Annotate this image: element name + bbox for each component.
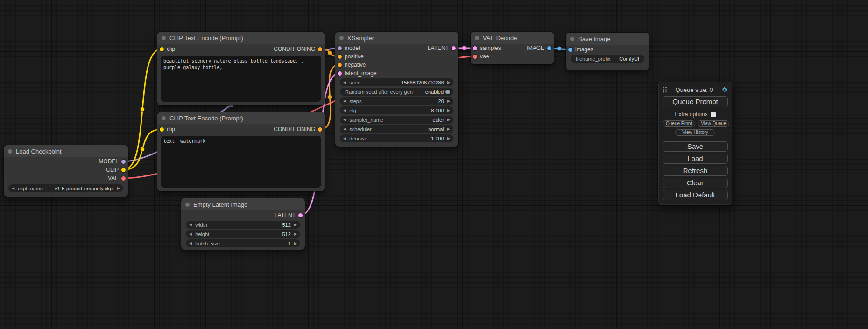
save-button[interactable]: Save	[663, 141, 728, 152]
input-slot-samples[interactable]: samples	[471, 45, 501, 51]
queue-front-button[interactable]: Queue Front	[663, 120, 695, 127]
increment-arrow-icon[interactable]: ▶	[447, 137, 450, 140]
comfyui-canvas[interactable]: { "colors": { "model": "#B39DDB", "clip"…	[0, 0, 868, 329]
vae-input-port[interactable]	[473, 55, 477, 59]
collapse-dot-icon[interactable]	[8, 149, 12, 154]
latent-image-input-port[interactable]	[338, 71, 342, 76]
node-ksampler[interactable]: KSampler model LATENT positive negative …	[335, 32, 458, 147]
seed-widget[interactable]: ◀ seed 156680208700286 ▶	[340, 78, 453, 86]
node-title-bar[interactable]: KSampler	[335, 32, 458, 44]
decrement-arrow-icon[interactable]: ◀	[343, 81, 346, 84]
increment-arrow-icon[interactable]: ▶	[447, 81, 450, 84]
output-slot-conditioning[interactable]: CONDITIONING	[274, 126, 325, 133]
input-slot-clip[interactable]: clip	[157, 126, 175, 133]
model-input-port[interactable]	[338, 46, 342, 50]
decrement-arrow-icon[interactable]: ◀	[343, 109, 346, 112]
sampler-name-widget[interactable]: ◀ sampler_name euler ▶	[340, 116, 453, 124]
view-queue-button[interactable]: View Queue	[698, 120, 729, 127]
images-input-port[interactable]	[568, 48, 572, 52]
increment-arrow-icon[interactable]: ▶	[447, 127, 450, 131]
positive-prompt-textarea[interactable]: beautiful scenery nature glass bottle la…	[161, 56, 321, 102]
input-slot-model[interactable]: model	[335, 45, 360, 51]
collapse-dot-icon[interactable]	[475, 36, 479, 40]
input-slot-positive[interactable]: positive	[335, 53, 364, 60]
latent-output-port[interactable]	[298, 213, 303, 217]
decrement-arrow-icon[interactable]: ◀	[189, 223, 192, 227]
decrement-arrow-icon[interactable]: ◀	[343, 127, 346, 131]
node-vae-decode[interactable]: VAE Decode samples IMAGE vae	[471, 32, 554, 64]
output-slot-image[interactable]: IMAGE	[526, 45, 554, 51]
model-output-port[interactable]	[121, 160, 126, 164]
collapse-dot-icon[interactable]	[570, 37, 574, 41]
negative-prompt-textarea[interactable]: text, watermark	[161, 136, 321, 188]
node-clip-text-encode-positive[interactable]: CLIP Text Encode (Prompt) clip CONDITION…	[157, 32, 325, 105]
output-slot-model[interactable]: MODEL	[99, 158, 128, 165]
view-history-button[interactable]: View History	[675, 129, 715, 136]
filename-prefix-widget[interactable]: filename_prefix ComfyUI	[571, 55, 644, 63]
increment-arrow-icon[interactable]: ▶	[294, 232, 297, 236]
node-title-bar[interactable]: Save Image	[566, 33, 649, 45]
output-slot-vae[interactable]: VAE	[108, 175, 128, 182]
node-title-bar[interactable]: CLIP Text Encode (Prompt)	[157, 32, 325, 44]
vae-output-port[interactable]	[121, 176, 126, 181]
steps-widget[interactable]: ◀ steps 20 ▶	[340, 97, 453, 105]
load-default-button[interactable]: Load Default	[663, 190, 728, 200]
output-slot-conditioning[interactable]: CONDITIONING	[274, 46, 325, 52]
clip-input-port[interactable]	[160, 47, 164, 51]
node-save-image[interactable]: Save Image images filename_prefix ComfyU…	[566, 33, 649, 70]
decrement-arrow-icon[interactable]: ◀	[343, 99, 346, 103]
negative-input-port[interactable]	[338, 63, 342, 67]
width-widget[interactable]: ◀ width 512 ▶	[186, 221, 300, 229]
node-title-bar[interactable]: Empty Latent Image	[181, 198, 305, 210]
clip-output-port[interactable]	[121, 168, 126, 172]
input-slot-images[interactable]: images	[566, 46, 593, 53]
output-slot-clip[interactable]: CLIP	[106, 167, 128, 173]
conditioning-output-port[interactable]	[318, 127, 322, 132]
samples-input-port[interactable]	[473, 46, 477, 50]
increment-arrow-icon[interactable]: ▶	[447, 99, 450, 103]
latent-output-port[interactable]	[452, 46, 456, 50]
scheduler-widget[interactable]: ◀ scheduler normal ▶	[340, 125, 453, 133]
node-load-checkpoint[interactable]: Load Checkpoint MODEL CLIP VAE ◀ ckpt_na…	[4, 145, 128, 197]
output-slot-latent[interactable]: LATENT	[428, 45, 458, 51]
settings-gear-icon[interactable]	[721, 86, 728, 93]
input-slot-clip[interactable]: clip	[157, 46, 175, 52]
random-seed-toggle-widget[interactable]: Random seed after every gen enabled	[340, 88, 453, 96]
queue-prompt-button[interactable]: Queue Prompt	[663, 96, 728, 107]
ckpt-name-widget[interactable]: ◀ ckpt_name v1-5-pruned-emaonly.ckpt ▶	[8, 184, 123, 192]
clip-input-port[interactable]	[160, 127, 164, 132]
height-widget[interactable]: ◀ height 512 ▶	[186, 230, 300, 238]
decrement-arrow-icon[interactable]: ◀	[343, 118, 346, 122]
increment-arrow-icon[interactable]: ▶	[447, 118, 450, 122]
input-slot-negative[interactable]: negative	[335, 62, 366, 68]
collapse-dot-icon[interactable]	[162, 116, 166, 120]
extra-options-checkbox[interactable]	[711, 112, 716, 117]
output-slot-latent[interactable]: LATENT	[275, 212, 305, 218]
clear-button[interactable]: Clear	[663, 178, 728, 188]
load-button[interactable]: Load	[663, 154, 728, 164]
positive-input-port[interactable]	[338, 55, 342, 59]
decrement-arrow-icon[interactable]: ◀	[343, 137, 346, 140]
increment-arrow-icon[interactable]: ▶	[117, 187, 120, 190]
collapse-dot-icon[interactable]	[185, 203, 190, 207]
node-empty-latent-image[interactable]: Empty Latent Image LATENT ◀ width 512 ▶ …	[181, 198, 305, 250]
cfg-widget[interactable]: ◀ cfg 8.000 ▶	[340, 106, 453, 114]
node-title-bar[interactable]: CLIP Text Encode (Prompt)	[157, 112, 325, 124]
input-slot-latent-image[interactable]: latent_image	[335, 70, 377, 77]
refresh-button[interactable]: Refresh	[663, 166, 728, 176]
node-title-bar[interactable]: Load Checkpoint	[4, 145, 128, 157]
batch-size-widget[interactable]: ◀ batch_size 1 ▶	[186, 239, 300, 247]
toggle-dot-icon[interactable]	[445, 90, 450, 94]
node-title-bar[interactable]: VAE Decode	[471, 32, 554, 44]
collapse-dot-icon[interactable]	[162, 36, 166, 40]
decrement-arrow-icon[interactable]: ◀	[12, 187, 14, 190]
decrement-arrow-icon[interactable]: ◀	[189, 242, 192, 245]
drag-handle-icon[interactable]	[663, 86, 667, 93]
denoise-widget[interactable]: ◀ denoise 1.000 ▶	[340, 134, 453, 142]
node-clip-text-encode-negative[interactable]: CLIP Text Encode (Prompt) clip CONDITION…	[157, 112, 325, 191]
conditioning-output-port[interactable]	[318, 47, 322, 51]
collapse-dot-icon[interactable]	[339, 36, 344, 40]
decrement-arrow-icon[interactable]: ◀	[189, 232, 192, 236]
increment-arrow-icon[interactable]: ▶	[447, 109, 450, 112]
increment-arrow-icon[interactable]: ▶	[294, 223, 297, 227]
